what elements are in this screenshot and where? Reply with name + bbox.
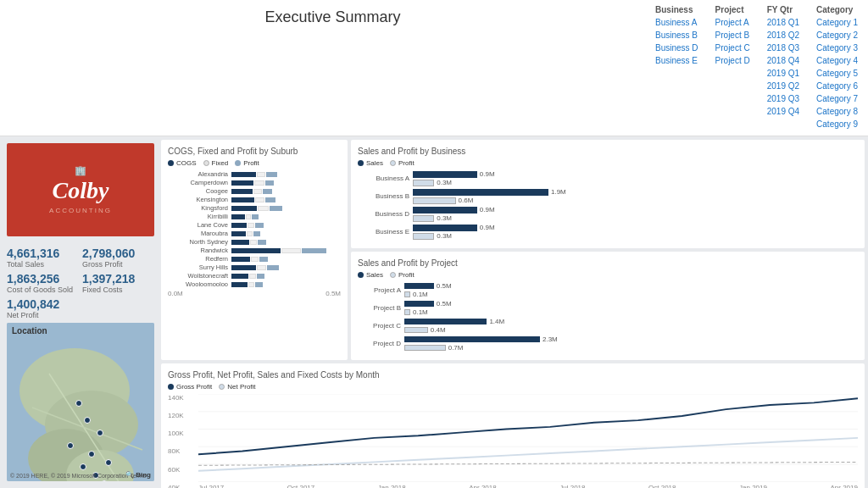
svg-point-7 [76, 401, 82, 407]
profit-bar-row: 0.3M [413, 232, 858, 240]
filter-item-cat4[interactable]: Category 4 [816, 54, 858, 67]
filter-label-business: Business [655, 5, 698, 14]
filter-item-businessE[interactable]: Business E [655, 54, 698, 67]
filter-item-projectA[interactable]: Project A [715, 16, 750, 29]
cogs-bars-container: AlexandriaCamperdownCoogeeKensingtonKing… [168, 170, 341, 288]
filter-item-cat2[interactable]: Category 2 [816, 29, 858, 42]
business-row: Business A0.9M0.3M [358, 170, 858, 186]
kpi-gross-profit: 2,798,060 Gross Profit [82, 247, 154, 269]
business-chart-title: Sales and Profit by Business [358, 147, 858, 156]
bar-cogs [231, 180, 253, 186]
cogs-row: Wooloomooloo [168, 280, 341, 288]
project-profit-label-value: 0.1M [413, 291, 428, 298]
project-profit-bar [404, 291, 410, 297]
cogs-suburb-label: Surry Hills [168, 263, 231, 271]
filter-item-businessA[interactable]: Business A [655, 16, 698, 29]
filter-item-projectD[interactable]: Project D [715, 54, 750, 67]
x-label-jul2017: Jul 2017 [198, 484, 224, 488]
cogs-suburb-bars [231, 240, 266, 245]
cogs-row: Kensington [168, 196, 341, 203]
sales-label-value: 0.9M [480, 170, 495, 178]
filter-item-cat1[interactable]: Category 1 [816, 16, 858, 29]
bar-cogs [231, 172, 256, 177]
filter-item-2019q2[interactable]: 2019 Q2 [767, 80, 799, 92]
project-sales-label-value: 0.5M [437, 300, 452, 308]
filter-item-2018q1[interactable]: 2018 Q1 [767, 16, 799, 29]
legend-dot-sales-b [358, 160, 364, 166]
project-bars-col: 1.4M0.4M [404, 318, 858, 334]
cogs-suburb-bars [231, 282, 263, 287]
legend-label-profit: Profit [243, 159, 259, 167]
kpi-section: 4,661,316 Total Sales 2,798,060 Gross Pr… [0, 243, 161, 323]
bar-fixed [247, 231, 253, 236]
legend-profit-b: Profit [390, 159, 415, 167]
bar-cogs [231, 214, 245, 219]
legend-dot-net [219, 384, 225, 390]
project-row: Project A0.5M0.1M [358, 282, 858, 298]
filter-item-businessD[interactable]: Business D [655, 42, 698, 54]
project-sales-bar [404, 301, 434, 307]
cogs-row: Coogee [168, 187, 341, 195]
filter-item-2019q1[interactable]: 2019 Q1 [767, 67, 799, 80]
bar-fixed [246, 214, 251, 219]
bar-profit [255, 223, 263, 228]
logo-name: Colby [53, 178, 109, 204]
bing-logo: 🔍 Bing [125, 471, 151, 479]
sales-label-value: 1.9M [551, 188, 566, 196]
filter-item-cat6[interactable]: Category 6 [816, 80, 858, 92]
filter-item-businessB[interactable]: Business B [655, 29, 698, 42]
project-sales-bar [404, 283, 434, 289]
legend-dot-fixed [203, 160, 209, 166]
project-sales-bar-row: 2.3M [404, 336, 858, 343]
sales-bar [413, 171, 477, 178]
filter-item-projectC[interactable]: Project C [715, 42, 750, 54]
legend-net: Net Profit [219, 383, 255, 391]
cogs-x-label-1: 0.5M [326, 290, 341, 297]
project-bars-col: 0.5M0.1M [404, 282, 858, 298]
legend-fixed: Fixed [203, 159, 229, 167]
business-bars-col: 0.9M0.3M [413, 170, 858, 186]
filter-item-cat3[interactable]: Category 3 [816, 42, 858, 54]
filter-item-cat5[interactable]: Category 5 [816, 67, 858, 80]
x-axis-labels: Jul 2017 Oct 2017 Jan 2018 Apr 2018 Jul … [198, 484, 858, 488]
cogs-suburb-bars [231, 189, 272, 194]
filter-item-projectB[interactable]: Project B [715, 29, 750, 42]
cogs-suburb-label: Maroubra [168, 230, 231, 237]
filter-item-cat9[interactable]: Category 9 [816, 118, 858, 130]
cogs-suburb-label: Lane Cove [168, 221, 231, 229]
filter-label-fyqtr: FY Qtr [767, 5, 799, 14]
bar-cogs [231, 257, 250, 262]
filter-item-2019q4[interactable]: 2019 Q4 [767, 105, 799, 118]
filter-item-cat8[interactable]: Category 8 [816, 105, 858, 118]
right-area: COGS, Fixed and Profit by Suburb COGS Fi… [161, 136, 868, 488]
bar-fixed [257, 172, 265, 177]
cogs-suburb-bars [231, 231, 260, 236]
business-row: Business B1.9M0.6M [358, 188, 858, 204]
project-sales-label-value: 2.3M [542, 336, 558, 343]
bar-fixed [248, 223, 254, 228]
cogs-chart-title: COGS, Fixed and Profit by Suburb [168, 147, 341, 156]
filter-item-2019q3[interactable]: 2019 Q3 [767, 92, 799, 105]
filter-item-cat7[interactable]: Category 7 [816, 92, 858, 105]
y-label-60k: 60K [168, 466, 195, 474]
legend-profit-p-label: Profit [398, 271, 415, 279]
project-profit-bar-row: 0.1M [404, 291, 858, 298]
filter-item-2018q2[interactable]: 2018 Q2 [767, 29, 799, 42]
cogs-suburb-bars [231, 257, 268, 262]
legend-gross: Gross Profit [168, 383, 212, 391]
project-sales-label-value: 0.5M [437, 282, 452, 290]
kpi-fixed-costs-value: 1,397,218 [82, 272, 154, 286]
legend-gross-label: Gross Profit [176, 383, 212, 391]
filter-item-2018q3[interactable]: 2018 Q3 [767, 42, 799, 54]
bar-profit [265, 180, 274, 186]
line-chart-box: Gross Profit, Net Profit, Sales and Fixe… [161, 363, 865, 488]
project-profit-label-value: 0.7M [448, 344, 464, 352]
line-legend: Gross Profit Net Profit [168, 383, 858, 391]
business-label: Business A [358, 175, 413, 182]
project-label: Project D [358, 340, 404, 347]
kpi-total-sales: 4,661,316 Total Sales [7, 247, 79, 269]
bar-cogs [231, 248, 281, 253]
filter-item-2018q4[interactable]: 2018 Q4 [767, 54, 799, 67]
filter-group-business: Business Business A Business B Business … [655, 5, 698, 130]
kpi-gross-profit-label: Gross Profit [82, 260, 154, 269]
